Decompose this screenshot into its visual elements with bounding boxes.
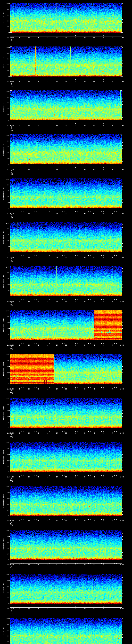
x-tick-label: 30 xyxy=(64,125,69,126)
y-axis-title: Frequency (Hz) xyxy=(3,274,4,288)
date-line: 2015 xyxy=(6,130,16,131)
x-tick-label: 20 xyxy=(45,608,50,610)
y-tick-label: 600 xyxy=(0,146,9,148)
x-tick-label: 45 xyxy=(92,213,97,214)
y-tick-label: 600 xyxy=(0,190,9,192)
x-tick-label: 30 xyxy=(64,608,69,610)
x-tick-label: 5 xyxy=(17,520,22,522)
x-start-time-label: 12:17:00 xyxy=(2,169,18,170)
x-tick-label: 45 xyxy=(92,344,97,346)
screenshot-root: { "figure": { "background": "#000000", "… xyxy=(0,0,132,644)
y-axis-title: Frequency (Hz) xyxy=(3,362,4,376)
y-tick-label: 1000 xyxy=(0,398,9,400)
y-tick-label: 0 xyxy=(0,427,9,429)
x-tick-label: 50 xyxy=(101,520,106,522)
y-axis-title: Frequency (Hz) xyxy=(3,186,4,200)
date-line: 8 xyxy=(6,390,16,391)
x-tick-label: 50 xyxy=(101,564,106,566)
x-tick-label: 15 xyxy=(36,344,41,346)
date-line: 2015 xyxy=(6,481,16,482)
x-tick-label: 25 xyxy=(54,608,60,610)
spectrogram-panel-12:24:00: 02004006008001000Frequency (Hz)12:24:005… xyxy=(0,442,132,486)
x-tick-label: 55 xyxy=(110,169,115,170)
x-tick-label: 20 xyxy=(45,476,50,478)
x-tick-label: 15 xyxy=(36,388,41,390)
y-tick-label: 200 xyxy=(0,202,9,203)
y-tick-label: 400 xyxy=(0,460,9,461)
x-tick-label: 35 xyxy=(73,564,78,566)
x-tick-label: 10 xyxy=(26,300,32,302)
y-tick-label: 600 xyxy=(0,454,9,455)
x-tick-label: 10 xyxy=(26,81,32,82)
y-tick-label: 1000 xyxy=(0,91,9,92)
date-line: Jul xyxy=(6,216,16,217)
x-tick-label: 50 xyxy=(101,256,106,258)
x-tick-label: 15 xyxy=(36,564,41,566)
x-end-time-label: 23:00 xyxy=(118,388,126,390)
x-start-time-label: 12:23:00 xyxy=(2,432,18,434)
x-tick-label: 25 xyxy=(54,564,60,566)
y-tick-label: 1000 xyxy=(0,618,9,619)
y-axis-title: Frequency (Hz) xyxy=(3,318,4,332)
x-tick-label: 10 xyxy=(26,432,32,434)
x-tick-label: 45 xyxy=(92,125,97,126)
spectrogram-panel-12:18:00: 02004006008001000Frequency (Hz)12:18:005… xyxy=(0,178,132,222)
y-tick-label: 400 xyxy=(0,20,9,22)
spectrogram-canvas xyxy=(0,90,132,134)
y-axis-title: Frequency (Hz) xyxy=(3,494,4,508)
x-tick-label: 35 xyxy=(73,169,78,170)
y-tick-label: 800 xyxy=(0,624,9,625)
x-tick-label: 30 xyxy=(64,300,69,302)
y-tick-label: 800 xyxy=(0,272,9,274)
x-tick-label: 45 xyxy=(92,81,97,82)
x-tick-label: 5 xyxy=(17,125,22,126)
y-tick-label: 0 xyxy=(0,339,9,341)
x-tick-label: 5 xyxy=(17,564,22,566)
y-tick-label: 600 xyxy=(0,498,9,499)
y-tick-label: 1000 xyxy=(0,530,9,532)
x-tick-label: 30 xyxy=(64,432,69,434)
date-line: 8 xyxy=(6,214,16,216)
y-tick-label: 400 xyxy=(0,328,9,329)
y-tick-label: 0 xyxy=(0,32,9,33)
y-tick-label: 400 xyxy=(0,592,9,593)
date-line: Jul xyxy=(6,304,16,305)
y-tick-label: 600 xyxy=(0,366,9,367)
x-tick-label: 40 xyxy=(82,37,87,38)
x-tick-label: 15 xyxy=(36,608,41,610)
x-tick-label: 15 xyxy=(36,213,41,214)
date-line: Jul xyxy=(6,436,16,437)
x-tick-label: 15 xyxy=(36,520,41,522)
x-tick-label: 35 xyxy=(73,344,78,346)
x-tick-label: 20 xyxy=(45,125,50,126)
x-tick-label: 40 xyxy=(82,81,87,82)
x-tick-label: 10 xyxy=(26,344,32,346)
y-tick-label: 200 xyxy=(0,246,9,247)
y-tick-label: 400 xyxy=(0,284,9,285)
x-tick-label: 30 xyxy=(64,169,69,170)
spectrogram-panel-12:21:00: 02004006008001000Frequency (Hz)12:21:005… xyxy=(0,310,132,354)
x-start-time-label: 12:22:00 xyxy=(2,388,18,390)
x-tick-label: 5 xyxy=(17,344,22,346)
x-tick-label: 30 xyxy=(64,520,69,522)
spectrogram-canvas xyxy=(0,310,132,354)
y-tick-label: 0 xyxy=(0,76,9,77)
y-tick-label: 800 xyxy=(0,9,9,10)
x-start-time-label: 12:25:00 xyxy=(2,520,18,522)
x-tick-label: 55 xyxy=(110,81,115,82)
x-tick-label: 20 xyxy=(45,344,50,346)
x-tick-label: 50 xyxy=(101,432,106,434)
x-tick-label: 25 xyxy=(54,213,60,214)
date-line: Jul xyxy=(6,392,16,393)
x-tick-label: 50 xyxy=(101,81,106,82)
x-tick-label: 20 xyxy=(45,300,50,302)
y-tick-label: 200 xyxy=(0,334,9,335)
x-tick-label: 55 xyxy=(110,564,115,566)
date-line: 8 xyxy=(6,434,16,435)
y-tick-label: 800 xyxy=(0,52,9,54)
x-end-time-label: 25:00 xyxy=(118,476,126,478)
y-tick-label: 1000 xyxy=(0,134,9,136)
date-line: 8 xyxy=(6,126,16,128)
y-tick-label: 200 xyxy=(0,114,9,116)
y-tick-label: 800 xyxy=(0,448,9,450)
